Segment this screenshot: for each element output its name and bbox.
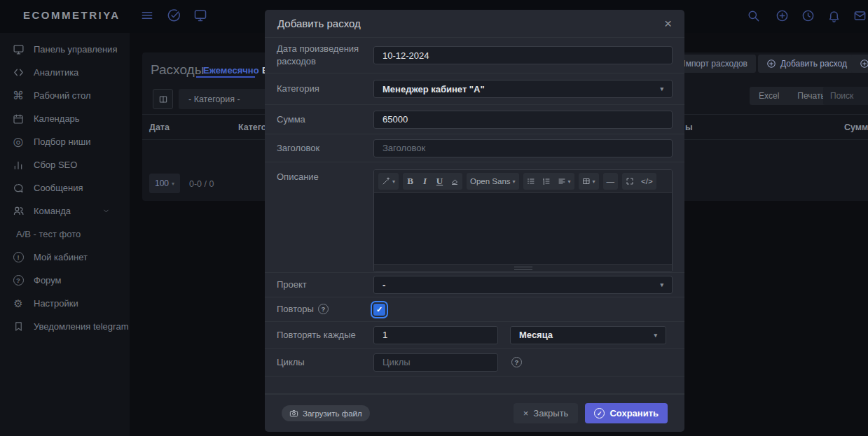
search-icon[interactable]: [745, 8, 761, 23]
repeat-unit-select[interactable]: Месяца ▾: [510, 326, 666, 344]
title-input[interactable]: [373, 139, 673, 157]
editor-text-area[interactable]: [374, 193, 672, 264]
pagination-range: 0-0 / 0: [189, 179, 214, 189]
amount-input[interactable]: [373, 111, 673, 129]
check-circle-icon[interactable]: [166, 8, 181, 23]
sidebar-item-settings[interactable]: ⚙ Настройки: [0, 292, 130, 315]
sidebar-item-messages[interactable]: Сообщения: [0, 176, 130, 199]
close-button-label: Закрыть: [533, 408, 568, 419]
modal-close-button[interactable]: × Закрыть: [514, 403, 579, 423]
underline-button[interactable]: U: [432, 173, 447, 190]
monitor-icon[interactable]: [193, 8, 208, 23]
repeats-checkbox[interactable]: ✓: [373, 304, 385, 316]
repeat-every-field-label: Повторять каждые: [277, 329, 373, 342]
field-row-project: Проект - ▾: [265, 273, 684, 297]
project-select[interactable]: - ▾: [373, 276, 673, 294]
table-icon: [582, 177, 591, 185]
fullscreen-button[interactable]: [622, 173, 638, 190]
repeat-interval-input[interactable]: [373, 326, 498, 344]
cycles-input[interactable]: [373, 353, 498, 372]
resize-grip-icon: [514, 267, 532, 270]
column-header-fragment[interactable]: ы: [685, 122, 693, 132]
editor-resize-handle[interactable]: [374, 264, 672, 272]
excel-export-button[interactable]: Excel: [750, 91, 788, 101]
code-view-button[interactable]: </>: [638, 173, 656, 190]
sidebar: Панель управления Аналитика ⌘ Рабочий ст…: [0, 33, 130, 436]
font-family-dropdown[interactable]: Open Sans ▾: [467, 173, 519, 190]
sidebar-item-telegram-notifications[interactable]: Уведомления telegram: [0, 315, 130, 338]
sidebar-item-desktop[interactable]: ⌘ Рабочий стол: [0, 84, 130, 107]
sidebar-item-label: Подбор ниши: [34, 136, 91, 147]
add-expense-modal: Добавить расход × Дата произведения расх…: [265, 10, 684, 432]
paragraph-icon: [558, 177, 566, 185]
rich-text-editor: ▾ B I U Open Sans ▾: [373, 169, 673, 272]
bookmark-icon: [12, 321, 25, 333]
save-button[interactable]: ✓ Сохранить: [585, 403, 668, 423]
field-row-description: Описание ▾ B I U: [265, 162, 684, 273]
camera-icon: [289, 409, 298, 418]
ordered-list-button[interactable]: [539, 173, 554, 190]
field-row-title: Заголовок: [265, 134, 684, 162]
column-header-sum[interactable]: Сумма: [844, 122, 868, 132]
caret-down-icon: ▾: [660, 85, 663, 92]
question-circle-icon[interactable]: ?: [511, 357, 522, 367]
x-icon: ×: [523, 408, 529, 419]
monitor-icon: [12, 43, 25, 56]
category-select-value: Менеджер кабинет "А": [383, 84, 485, 94]
modal-close-icon[interactable]: ×: [664, 17, 672, 30]
sidebar-item-label: Календарь: [34, 113, 80, 124]
description-field-label: Описание: [277, 169, 373, 183]
upload-file-label: Загрузить файл: [303, 409, 362, 418]
clear-format-button[interactable]: [447, 173, 462, 190]
eraser-icon: [450, 177, 459, 185]
add-expense-button[interactable]: Добавить расход: [758, 55, 855, 73]
chat-icon: [12, 182, 25, 195]
number-list-icon: [542, 177, 551, 185]
sidebar-item-label: Аналитика: [34, 67, 78, 78]
category-select[interactable]: Менеджер кабинет "А" ▾: [373, 80, 673, 98]
editor-toolbar: ▾ B I U Open Sans ▾: [374, 170, 672, 193]
sidebar-item-label: Сбор SEO: [34, 160, 77, 170]
modal-header: Добавить расход ×: [265, 10, 684, 38]
fullscreen-icon: [626, 177, 634, 185]
table-search-input[interactable]: [823, 87, 868, 105]
sidebar-item-my-cabinet[interactable]: ! Мой кабинет: [0, 246, 130, 269]
columns-toggle-button[interactable]: [153, 89, 173, 109]
question-circle-icon: ?: [12, 274, 25, 287]
checkbox-check-icon: ✓: [376, 305, 383, 314]
bell-icon[interactable]: [826, 8, 841, 23]
column-header-date[interactable]: Дата: [149, 122, 170, 132]
hamburger-menu-icon[interactable]: [139, 8, 155, 23]
clock-icon[interactable]: [800, 8, 815, 23]
horizontal-rule-button[interactable]: —: [603, 173, 619, 190]
question-circle-icon[interactable]: ?: [318, 304, 329, 314]
upload-file-button[interactable]: Загрузить файл: [282, 405, 370, 421]
bold-button[interactable]: B: [403, 173, 418, 190]
style-magic-button[interactable]: ▾: [378, 173, 399, 190]
code-icon: [12, 66, 25, 79]
sidebar-item-calendar[interactable]: Календарь: [0, 107, 130, 130]
plus-circle-icon: [766, 59, 776, 69]
sidebar-item-niche[interactable]: ◎ Подбор ниши: [0, 130, 130, 153]
caret-down-icon: ▾: [654, 332, 657, 339]
sidebar-item-analytics[interactable]: Аналитика: [0, 61, 130, 84]
sidebar-item-seo[interactable]: Сбор SEO: [0, 153, 130, 176]
unordered-list-button[interactable]: [523, 173, 539, 190]
chevron-down-icon: [102, 207, 110, 215]
add-income-button-partial[interactable]: Д: [851, 55, 868, 73]
sidebar-item-forum[interactable]: ? Форум: [0, 269, 130, 292]
sidebar-item-dashboard[interactable]: Панель управления: [0, 38, 130, 61]
sidebar-item-team[interactable]: Команда: [0, 199, 130, 223]
title-field-label: Заголовок: [277, 142, 373, 155]
tab-monthly[interactable]: Ежемесячно: [203, 65, 259, 76]
expense-date-input[interactable]: [373, 46, 673, 64]
page-size-select[interactable]: 100 ▾: [149, 174, 180, 193]
amount-field-label: Сумма: [277, 113, 373, 126]
paragraph-align-button[interactable]: ▾: [554, 173, 574, 190]
italic-button[interactable]: I: [418, 173, 432, 190]
mail-icon[interactable]: [852, 8, 867, 23]
sidebar-item-ab-test[interactable]: A/B - тест фото: [0, 223, 130, 246]
table-insert-button[interactable]: ▾: [579, 173, 599, 190]
plus-circle-icon[interactable]: [774, 8, 790, 23]
people-icon: [12, 205, 25, 218]
